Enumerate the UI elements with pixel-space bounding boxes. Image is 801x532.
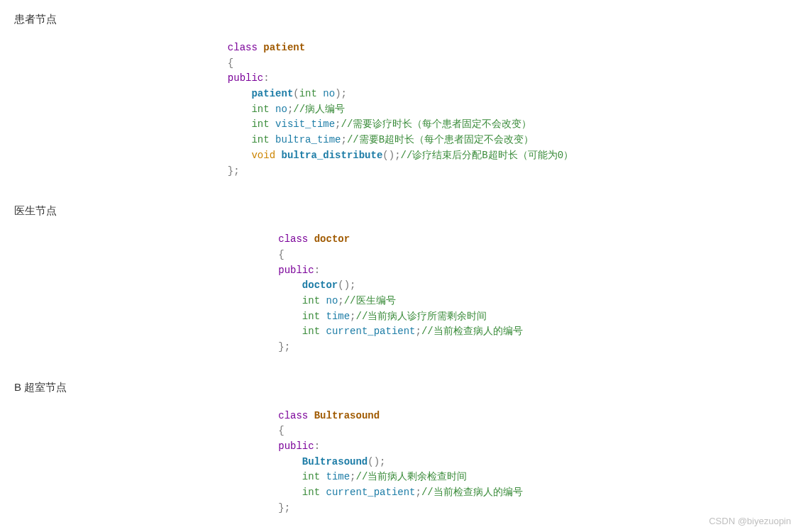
paren: () (368, 456, 380, 467)
func-name: bultra_distribute (281, 150, 382, 161)
brace-open: { (228, 57, 233, 69)
var-visit-time: visit_time (275, 118, 335, 130)
code-wrapper-patient: class patient { public: patient(int no);… (14, 40, 787, 199)
var-current-patient: current_patient (326, 487, 415, 498)
code-wrapper-doctor: class doctor { public: doctor(); int no;… (14, 232, 787, 375)
heading-patient-node: 患者节点 (14, 13, 787, 26)
code-block-bultra: class Bultrasound { public: Bultrasound(… (278, 409, 522, 516)
kw-public: public (278, 265, 314, 276)
colon: : (314, 265, 320, 276)
class-name-patient: patient (263, 42, 305, 53)
colon: : (263, 72, 269, 84)
kw-public: public (228, 72, 263, 84)
kw-class: class (278, 233, 308, 245)
heading-doctor-node: 医生节点 (14, 204, 787, 218)
paren: ) (335, 88, 341, 99)
kw-int: int (251, 104, 269, 115)
kw-public: public (278, 440, 314, 452)
paren: ( (293, 88, 299, 99)
class-name-bultrasound: Bultrasound (314, 410, 380, 421)
paren: () (382, 150, 394, 161)
brace-open: { (278, 249, 284, 260)
colon: : (314, 440, 320, 452)
comment: //医生编号 (344, 295, 396, 306)
kw-class: class (278, 410, 308, 421)
comment: //当前检查病人的编号 (421, 487, 523, 498)
kw-int: int (302, 326, 320, 337)
paren: () (338, 279, 350, 291)
kw-void: void (251, 150, 275, 161)
brace-close: }; (278, 502, 290, 514)
code-block-patient: class patient { public: patient(int no);… (228, 40, 573, 179)
semicolon: ; (338, 295, 343, 306)
semicolon: ; (416, 487, 421, 498)
var-time: time (326, 471, 350, 482)
kw-int: int (302, 295, 320, 306)
brace-close: }; (228, 165, 240, 177)
brace-close: }; (278, 341, 290, 353)
semicolon: ; (341, 88, 347, 99)
semicolon: ; (416, 326, 421, 337)
var-bultra-time: bultra_time (275, 134, 341, 145)
comment: //需要B超时长（每个患者固定不会改变） (347, 134, 534, 145)
brace-open: { (278, 425, 284, 436)
constructor-name: Bultrasound (302, 456, 368, 467)
semicolon: ; (394, 150, 400, 161)
constructor-name: patient (251, 88, 293, 99)
comment: //当前检查病人的编号 (421, 326, 523, 337)
kw-int: int (302, 311, 320, 322)
kw-int: int (251, 134, 269, 145)
semicolon: ; (350, 311, 355, 322)
comment: //病人编号 (293, 104, 345, 115)
constructor-name: doctor (302, 279, 338, 291)
semicolon: ; (380, 456, 385, 467)
semicolon: ; (350, 471, 355, 482)
heading-bultra-node: B 超室节点 (14, 381, 787, 394)
comment: //当前病人剩余检查时间 (356, 471, 468, 482)
comment: //当前病人诊疗所需剩余时间 (356, 311, 487, 322)
kw-int: int (302, 487, 320, 498)
var-current-patient: current_patient (326, 326, 415, 337)
code-block-doctor: class doctor { public: doctor(); int no;… (278, 232, 522, 355)
arg-no: no (323, 88, 335, 99)
watermark: CSDN @biyezuopin (709, 516, 791, 526)
kw-int: int (299, 88, 317, 99)
var-no: no (275, 104, 287, 115)
semicolon: ; (350, 279, 355, 291)
semicolon: ; (341, 134, 347, 145)
kw-class: class (228, 42, 258, 53)
comment: //需要诊疗时长（每个患者固定不会改变） (341, 118, 532, 130)
kw-int: int (251, 118, 269, 130)
comment: //诊疗结束后分配B超时长（可能为0） (401, 150, 574, 161)
kw-int: int (302, 471, 320, 482)
var-no: no (326, 295, 338, 306)
semicolon: ; (335, 118, 341, 130)
class-name-doctor: doctor (314, 233, 350, 245)
code-wrapper-bultra: class Bultrasound { public: Bultrasound(… (14, 409, 787, 532)
var-time: time (326, 311, 350, 322)
